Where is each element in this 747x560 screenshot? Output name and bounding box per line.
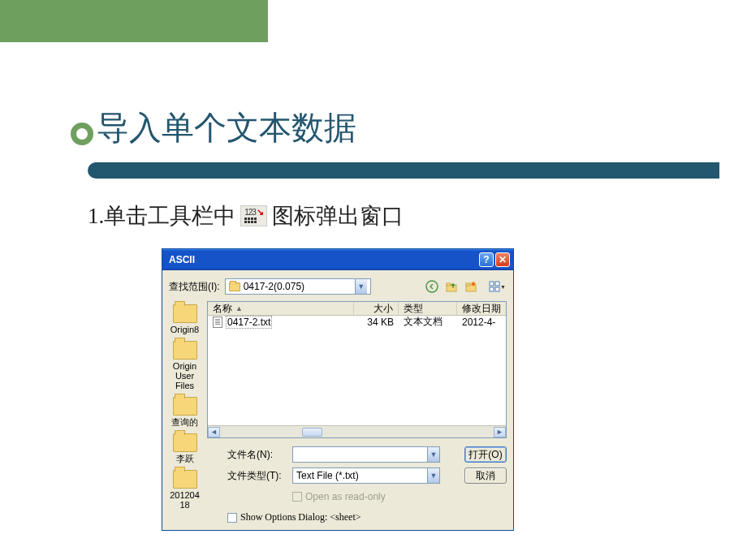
- slide-step-text: 1.单击工具栏中 123↘ 图标弹出窗口: [88, 201, 404, 230]
- file-name: 0417-2.txt: [226, 316, 272, 329]
- look-in-value: 0417-2(0.075): [244, 281, 352, 292]
- place-item[interactable]: Origin8: [169, 301, 201, 338]
- step-prefix: 1.单击工具栏中: [88, 201, 235, 230]
- import-ascii-icon: 123↘: [240, 205, 267, 226]
- text-file-icon: [213, 317, 222, 328]
- folder-icon: [173, 470, 197, 489]
- readonly-label: Open as read-only: [305, 491, 386, 502]
- nav-new-folder-button[interactable]: [463, 278, 479, 295]
- help-button[interactable]: ?: [479, 252, 494, 267]
- folder-icon: [173, 433, 197, 452]
- scroll-thumb[interactable]: [302, 428, 322, 437]
- file-type: 文本文档: [399, 316, 457, 329]
- svg-rect-9: [495, 287, 499, 291]
- filetype-label: 文件类型(T):: [227, 469, 286, 483]
- file-date: 2012-4-: [457, 317, 506, 328]
- dialog-title: ASCII: [169, 254, 477, 265]
- place-item[interactable]: 查询的: [169, 394, 201, 430]
- slide-bullet-dot: [71, 123, 93, 145]
- folder-icon: [173, 397, 197, 416]
- col-type-header[interactable]: 类型: [399, 302, 457, 315]
- slide-title: 导入单个文本数据: [97, 106, 356, 150]
- col-name-header[interactable]: 名称: [213, 302, 232, 316]
- chevron-down-icon[interactable]: ▼: [427, 468, 439, 483]
- readonly-checkbox-row: Open as read-only: [292, 489, 440, 505]
- cancel-button[interactable]: 取消: [464, 467, 507, 484]
- scroll-track[interactable]: [220, 427, 494, 437]
- nav-back-button[interactable]: [424, 278, 440, 295]
- col-date-header[interactable]: 修改日期: [457, 302, 506, 315]
- file-list[interactable]: 0417-2.txt 34 KB 文本文档 2012-4-: [208, 316, 506, 425]
- svg-point-0: [426, 281, 438, 292]
- file-size: 34 KB: [354, 317, 399, 328]
- horizontal-scrollbar[interactable]: ◄ ►: [208, 425, 506, 437]
- place-item[interactable]: 20120418: [169, 467, 201, 513]
- folder-icon: [173, 341, 197, 360]
- look-in-row: 查找范围(I): 0417-2(0.075) ▼ ▼: [169, 278, 507, 295]
- filename-input[interactable]: ▼: [292, 446, 440, 463]
- filename-label: 文件名(N):: [227, 448, 286, 462]
- nav-view-menu-button[interactable]: ▼: [482, 278, 507, 295]
- look-in-select[interactable]: 0417-2(0.075) ▼: [225, 278, 371, 295]
- show-options-label: Show Options Dialog: <sheet>: [240, 511, 361, 523]
- chevron-down-icon[interactable]: ▼: [427, 447, 439, 462]
- file-row[interactable]: 0417-2.txt 34 KB 文本文档 2012-4-: [208, 316, 506, 328]
- close-button[interactable]: ✕: [495, 252, 510, 267]
- readonly-checkbox: [292, 492, 302, 502]
- step-suffix: 图标弹出窗口: [272, 201, 404, 230]
- open-button[interactable]: 打开(O): [464, 446, 507, 463]
- col-size-header[interactable]: 大小: [354, 302, 399, 315]
- nav-up-button[interactable]: [443, 278, 460, 295]
- look-in-label: 查找范围(I):: [169, 280, 220, 294]
- folder-icon: [229, 282, 240, 291]
- slide-title-underline: [88, 162, 719, 179]
- svg-rect-7: [495, 282, 499, 286]
- svg-rect-4: [466, 283, 470, 286]
- place-item[interactable]: 李跃: [169, 430, 201, 467]
- chevron-down-icon[interactable]: ▼: [355, 279, 367, 294]
- dialog-titlebar[interactable]: ASCII ? ✕: [162, 249, 513, 270]
- file-open-dialog: ASCII ? ✕ 查找范围(I): 0417-2(0.075) ▼: [162, 248, 514, 531]
- place-item[interactable]: Origin User Files: [169, 338, 201, 394]
- svg-rect-8: [490, 287, 494, 291]
- scroll-left-button[interactable]: ◄: [208, 427, 220, 437]
- scroll-right-button[interactable]: ►: [494, 427, 506, 437]
- slide-corner-decoration: [0, 0, 268, 42]
- file-list-header[interactable]: 名称 ▲ 大小 类型 修改日期: [208, 302, 506, 316]
- chevron-down-icon: ▼: [500, 284, 506, 290]
- file-list-pane: 名称 ▲ 大小 类型 修改日期 0417-2.txt 34 KB 文本文档 20…: [207, 301, 507, 438]
- show-options-checkbox[interactable]: [227, 513, 237, 523]
- svg-rect-6: [490, 282, 494, 286]
- folder-icon: [173, 304, 197, 323]
- svg-rect-2: [447, 283, 451, 286]
- filetype-select[interactable]: Text File (*.txt) ▼: [292, 467, 440, 484]
- places-bar: Origin8 Origin User Files 查询的 李跃 2012041…: [169, 301, 201, 438]
